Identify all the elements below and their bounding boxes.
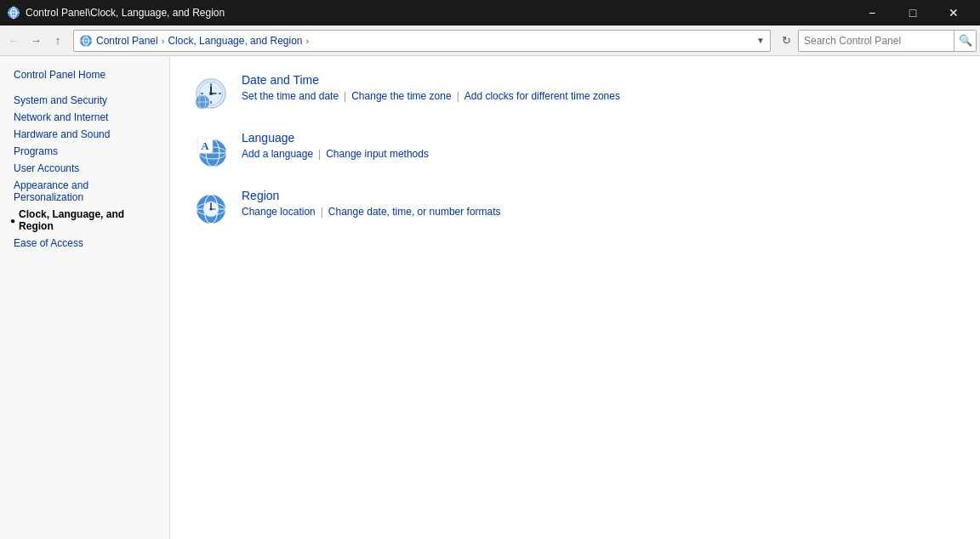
active-bullet: ● (10, 216, 15, 225)
date-time-links: Set the time and date | Change the time … (242, 90, 960, 102)
sidebar-item-hardware[interactable]: Hardware and Sound (0, 126, 169, 143)
breadcrumb-clock-lang-region[interactable]: Clock, Language, and Region (168, 35, 302, 47)
sidebar-item-clock-active[interactable]: ● Clock, Language, and Region (0, 206, 169, 235)
refresh-button[interactable]: ↻ (776, 31, 796, 51)
sidebar-item-programs[interactable]: Programs (0, 143, 169, 160)
back-button[interactable]: ← (3, 31, 24, 51)
divider-3: | (318, 148, 321, 160)
date-time-title[interactable]: Date and Time (242, 73, 319, 87)
breadcrumb-dropdown-button[interactable]: ▼ (756, 36, 765, 45)
svg-text:A: A (201, 139, 209, 152)
title-bar-controls: − □ ✕ (852, 0, 973, 26)
language-icon: A (191, 131, 231, 172)
section-region: Region Change location | Change date, ti… (191, 189, 960, 230)
add-clocks-link[interactable]: Add clocks for different time zones (464, 90, 620, 102)
input-methods-link[interactable]: Change input methods (326, 148, 429, 160)
sidebar: Control Panel Home System and Security N… (0, 56, 170, 539)
search-input[interactable] (799, 35, 954, 47)
date-time-info: Date and Time Set the time and date | Ch… (242, 73, 960, 102)
region-links: Change location | Change date, time, or … (242, 206, 960, 218)
up-button[interactable]: ↑ (48, 31, 68, 51)
sidebar-item-appearance[interactable]: Appearance and Personalization (0, 177, 169, 206)
time-zone-link[interactable]: Change the time zone (351, 90, 451, 102)
sidebar-item-system[interactable]: System and Security (0, 92, 169, 109)
change-location-link[interactable]: Change location (242, 206, 316, 218)
section-date-time: Date and Time Set the time and date | Ch… (191, 73, 960, 114)
svg-point-35 (210, 208, 213, 211)
close-button[interactable]: ✕ (934, 0, 973, 26)
set-time-link[interactable]: Set the time and date (242, 90, 339, 102)
breadcrumb-bar: Control Panel › Clock, Language, and Reg… (73, 30, 771, 52)
address-bar: ← → ↑ Control Panel › Clock, Language, a… (0, 26, 980, 56)
date-time-icon (191, 73, 231, 114)
divider-2: | (457, 90, 459, 102)
search-box: 🔍 (798, 30, 977, 52)
divider-1: | (344, 90, 346, 102)
sidebar-item-ease[interactable]: Ease of Access (0, 235, 169, 252)
sidebar-item-home[interactable]: Control Panel Home (0, 66, 169, 83)
breadcrumb-sep-1: › (162, 36, 165, 46)
forward-button[interactable]: → (26, 31, 46, 51)
search-button[interactable]: 🔍 (954, 30, 976, 52)
language-links: Add a language | Change input methods (242, 148, 960, 160)
language-title[interactable]: Language (242, 131, 294, 145)
svg-point-18 (209, 92, 213, 95)
change-formats-link[interactable]: Change date, time, or number formats (328, 206, 501, 218)
region-info: Region Change location | Change date, ti… (242, 189, 960, 218)
main-container: Control Panel Home System and Security N… (0, 56, 980, 539)
breadcrumb-control-panel[interactable]: Control Panel (96, 35, 158, 47)
language-info: Language Add a language | Change input m… (242, 131, 960, 160)
sidebar-item-network[interactable]: Network and Internet (0, 109, 169, 126)
region-title[interactable]: Region (242, 189, 279, 202)
title-bar: Control Panel\Clock, Language, and Regio… (0, 0, 980, 26)
breadcrumb-icon (79, 34, 93, 48)
divider-4: | (321, 206, 323, 218)
region-icon (191, 189, 231, 230)
section-language: A Language Add a language | Change input… (191, 131, 960, 172)
breadcrumb-sep-2: › (306, 36, 310, 46)
title-bar-text: Control Panel\Clock, Language, and Regio… (26, 7, 225, 19)
app-icon (7, 6, 20, 20)
sidebar-item-user-accounts[interactable]: User Accounts (0, 160, 169, 177)
content-area: Date and Time Set the time and date | Ch… (170, 56, 980, 539)
maximize-button[interactable]: □ (893, 0, 932, 26)
sidebar-active-label: Clock, Language, and Region (19, 208, 159, 232)
add-language-link[interactable]: Add a language (242, 148, 313, 160)
minimize-button[interactable]: − (852, 0, 892, 26)
